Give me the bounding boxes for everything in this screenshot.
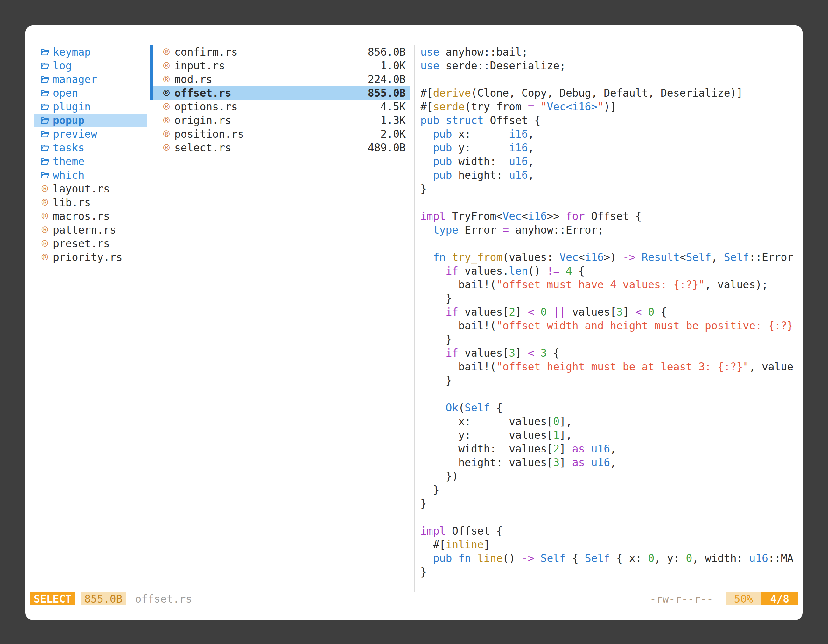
- sidebar-item-manager[interactable]: manager: [34, 72, 147, 86]
- entry-name: which: [53, 169, 84, 181]
- code-line: if values[2] < 0 || values[3] < 0 {: [420, 305, 803, 319]
- code-line: use anyhow::bail;: [420, 45, 803, 59]
- sidebar-item-open[interactable]: open: [34, 86, 147, 100]
- sidebar-item-priority.rs[interactable]: ®priority.rs: [34, 251, 147, 264]
- file-row-input.rs[interactable]: ®input.rs1.0K: [154, 59, 410, 72]
- permissions-text: -rw-r--r--: [650, 593, 713, 605]
- file-row-confirm.rs[interactable]: ®confirm.rs856.0B: [154, 45, 410, 59]
- file-row-mod.rs[interactable]: ®mod.rs224.0B: [154, 72, 410, 86]
- rust-file-icon: ®: [40, 224, 50, 236]
- file-size: 489.0B: [368, 142, 406, 154]
- sidebar-item-which[interactable]: which: [34, 168, 147, 182]
- rust-file-icon: ®: [162, 60, 171, 72]
- preview-pane: use anyhow::bail;use serde::Deserialize;…: [415, 45, 803, 592]
- file-row-select.rs[interactable]: ®select.rs489.0B: [154, 141, 410, 155]
- code-line: }: [420, 332, 803, 346]
- entry-name: preview: [53, 128, 97, 140]
- code-line: fn try_from(values: Vec<i16>) -> Result<…: [420, 251, 803, 264]
- code-line: bail!("offset height must be at least 3:…: [420, 360, 803, 373]
- file-size: 1.0K: [381, 60, 406, 72]
- file-size: 2.0K: [381, 128, 406, 140]
- file-name: origin.rs: [174, 114, 377, 127]
- code-line: pub x: i16,: [420, 127, 803, 141]
- file-size: 856.0B: [368, 46, 406, 58]
- entry-name: keymap: [53, 46, 91, 58]
- sidebar-item-tasks[interactable]: tasks: [34, 141, 147, 155]
- sidebar-item-log[interactable]: log: [34, 59, 147, 72]
- rust-file-icon: ®: [162, 142, 171, 154]
- folder-open-icon: [40, 102, 50, 112]
- entry-name: lib.rs: [53, 196, 91, 209]
- rust-file-icon: ®: [40, 237, 50, 250]
- code-line: [420, 72, 803, 86]
- file-size: 4.5K: [381, 100, 406, 113]
- file-size: 224.0B: [368, 73, 406, 86]
- sidebar-item-macros.rs[interactable]: ®macros.rs: [34, 209, 147, 223]
- code-line: #[derive(Clone, Copy, Debug, Default, De…: [420, 86, 803, 100]
- entry-name: priority.rs: [53, 251, 122, 263]
- folder-open-icon: [40, 61, 50, 71]
- sidebar-item-preview[interactable]: preview: [34, 127, 147, 141]
- code-line: bail!("offset must have 4 values: {:?}",…: [420, 278, 803, 291]
- code-line: [420, 387, 803, 401]
- sidebar-item-lib.rs[interactable]: ®lib.rs: [34, 196, 147, 209]
- list-scrollbar[interactable]: [150, 45, 153, 100]
- mode-badge: SELECT: [30, 592, 75, 605]
- file-row-options.rs[interactable]: ®options.rs4.5K: [154, 100, 410, 114]
- panes-area: keymap log manager open plugin popup pre…: [25, 25, 803, 592]
- rust-file-icon: ®: [162, 128, 171, 140]
- sidebar-item-layout.rs[interactable]: ®layout.rs: [34, 182, 147, 196]
- folder-open-icon: [40, 116, 50, 125]
- code-line: }: [420, 497, 803, 510]
- code-line: width: values[2] as u16,: [420, 442, 803, 456]
- code-line: pub y: i16,: [420, 141, 803, 155]
- sidebar-item-theme[interactable]: theme: [34, 155, 147, 168]
- file-name: select.rs: [174, 142, 365, 154]
- rust-file-icon: ®: [162, 114, 171, 127]
- file-size: 1.3K: [381, 114, 406, 127]
- entry-name: open: [53, 87, 78, 99]
- code-line: height: values[3] as u16,: [420, 456, 803, 469]
- rust-file-icon: ®: [40, 210, 50, 223]
- entry-name: popup: [53, 114, 84, 127]
- sidebar-item-preset.rs[interactable]: ®preset.rs: [34, 237, 147, 251]
- file-row-origin.rs[interactable]: ®origin.rs1.3K: [154, 114, 410, 127]
- code-line: [420, 510, 803, 524]
- folder-open-icon: [40, 75, 50, 84]
- file-row-offset.rs[interactable]: ®offset.rs855.0B: [154, 86, 410, 100]
- file-list: ®confirm.rs856.0B®input.rs1.0K®mod.rs224…: [154, 45, 410, 155]
- code-line: type Error = anyhow::Error;: [420, 223, 803, 237]
- current-pane: ®confirm.rs856.0B®input.rs1.0K®mod.rs224…: [149, 45, 415, 592]
- rust-file-icon: ®: [40, 196, 50, 209]
- folder-open-icon: [40, 171, 50, 180]
- code-line: pub struct Offset {: [420, 114, 803, 127]
- code-line: pub height: u16,: [420, 168, 803, 182]
- entry-name: theme: [53, 155, 84, 168]
- code-line: x: values[0],: [420, 415, 803, 428]
- file-row-position.rs[interactable]: ®position.rs2.0K: [154, 127, 410, 141]
- code-line: bail!("offset width and height must be p…: [420, 319, 803, 332]
- status-bar: SELECT 855.0B offset.rs -rw-r--r-- 50% 4…: [30, 592, 798, 605]
- code-line: pub width: u16,: [420, 155, 803, 168]
- rust-file-icon: ®: [162, 100, 171, 113]
- parent-pane: keymap log manager open plugin popup pre…: [25, 45, 149, 592]
- scroll-percent-badge: 50%: [726, 592, 762, 605]
- entry-name: layout.rs: [53, 183, 110, 195]
- sidebar-item-pattern.rs[interactable]: ®pattern.rs: [34, 223, 147, 237]
- code-line: }: [420, 291, 803, 305]
- rust-file-icon: ®: [40, 183, 50, 195]
- entry-name: tasks: [53, 142, 84, 154]
- code-line: }: [420, 373, 803, 387]
- code-line: Ok(Self {: [420, 401, 803, 415]
- sidebar-item-keymap[interactable]: keymap: [34, 45, 147, 59]
- cursor-position-badge: 4/8: [761, 592, 798, 605]
- code-line: }: [420, 565, 803, 579]
- status-right: -rw-r--r-- 50% 4/8: [650, 592, 798, 605]
- hovered-filename: offset.rs: [135, 593, 192, 605]
- rust-file-icon: ®: [162, 87, 171, 99]
- code-line: [420, 237, 803, 251]
- entry-name: macros.rs: [53, 210, 110, 223]
- sidebar-item-plugin[interactable]: plugin: [34, 100, 147, 114]
- entry-name: preset.rs: [53, 237, 110, 250]
- sidebar-item-popup[interactable]: popup: [34, 114, 147, 127]
